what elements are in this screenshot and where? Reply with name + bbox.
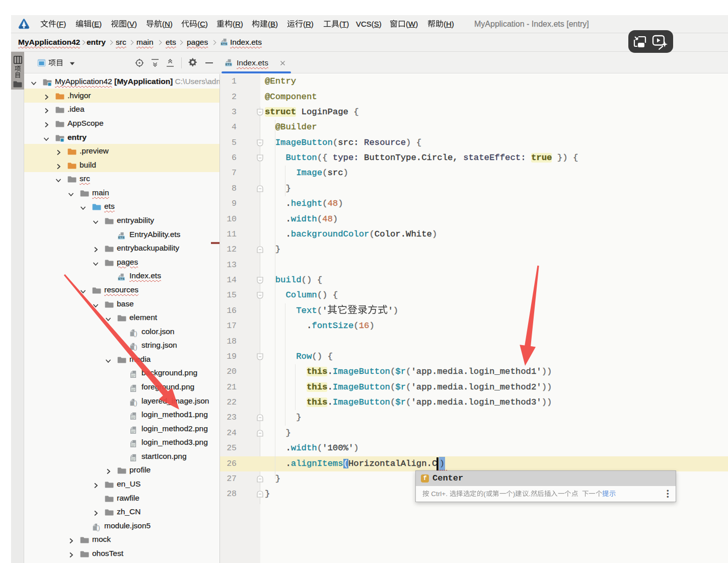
svg-text:(): () <box>133 344 137 351</box>
svg-text:ETS: ETS <box>118 235 124 239</box>
svg-text:(): () <box>133 330 137 337</box>
svg-text:(): () <box>96 524 100 531</box>
svg-text:ETS: ETS <box>118 277 124 281</box>
svg-text:(): () <box>133 399 137 407</box>
svg-text:ETS: ETS <box>226 62 232 66</box>
svg-text:ETS: ETS <box>221 42 227 45</box>
